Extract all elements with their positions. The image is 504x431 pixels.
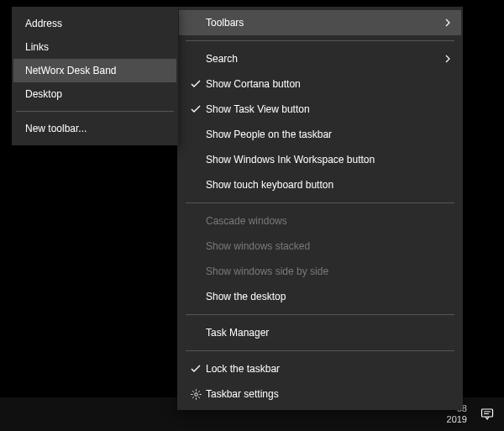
menu-item-ink[interactable]: Show Windows Ink Workspace button	[179, 147, 461, 172]
menu-item-sidebyside: Show windows side by side	[179, 259, 461, 284]
menu-item-taskview[interactable]: Show Task View button	[179, 97, 461, 122]
menu-item-label: Task Manager	[206, 327, 451, 339]
svg-line-7	[192, 397, 193, 397]
submenu-item-links[interactable]: Links	[13, 35, 176, 59]
menu-item-label: Lock the taskbar	[206, 363, 451, 375]
gear-icon	[186, 389, 206, 400]
menu-item-touchkb[interactable]: Show touch keyboard button	[179, 172, 461, 197]
action-center-icon[interactable]	[477, 407, 497, 421]
menu-item-stacked: Show windows stacked	[179, 234, 461, 259]
menu-item-toolbars[interactable]: Toolbars	[179, 10, 461, 35]
menu-item-label: Show Cortana button	[206, 78, 451, 90]
menu-item-task-manager[interactable]: Task Manager	[179, 320, 461, 345]
menu-item-label: Links	[25, 41, 49, 53]
chevron-right-icon	[439, 18, 451, 27]
menu-item-label: Address	[25, 18, 62, 29]
menu-item-label: Show touch keyboard button	[206, 179, 451, 191]
clock-date: 2019	[447, 414, 467, 425]
menu-item-search[interactable]: Search	[179, 46, 461, 71]
chevron-right-icon	[439, 55, 451, 63]
menu-separator	[186, 40, 454, 41]
toolbars-submenu: Address Links NetWorx Desk Band Desktop …	[12, 7, 178, 145]
menu-item-label: Cascade windows	[206, 215, 451, 227]
menu-item-label: Taskbar settings	[206, 388, 451, 400]
menu-item-label: Toolbars	[206, 17, 439, 29]
svg-line-6	[198, 397, 199, 397]
check-icon	[186, 365, 206, 373]
svg-line-5	[192, 391, 193, 392]
menu-item-taskbar-settings[interactable]: Taskbar settings	[179, 381, 461, 407]
taskbar-context-menu: Toolbars Search Show Cortana button Show…	[177, 7, 463, 410]
svg-line-8	[198, 391, 199, 392]
menu-item-label: Desktop	[25, 88, 62, 100]
submenu-item-address[interactable]: Address	[13, 12, 176, 35]
menu-item-cascade: Cascade windows	[179, 208, 461, 234]
check-icon	[186, 105, 206, 113]
menu-item-lock-taskbar[interactable]: Lock the taskbar	[179, 356, 461, 381]
menu-item-show-desktop[interactable]: Show the desktop	[179, 284, 461, 309]
menu-separator	[186, 350, 454, 351]
menu-item-label: Show People on the taskbar	[206, 129, 451, 140]
menu-item-label: Show windows side by side	[206, 265, 451, 277]
menu-item-label: Show Windows Ink Workspace button	[206, 154, 451, 166]
svg-rect-9	[482, 409, 493, 417]
menu-separator	[186, 314, 454, 315]
menu-item-label: Search	[206, 53, 439, 65]
svg-point-0	[194, 392, 197, 396]
submenu-item-networx[interactable]: NetWorx Desk Band	[13, 59, 176, 82]
check-icon	[186, 80, 206, 88]
menu-item-label: NetWorx Desk Band	[25, 65, 117, 76]
menu-item-label: Show Task View button	[206, 103, 451, 115]
menu-separator	[186, 202, 454, 203]
submenu-item-desktop[interactable]: Desktop	[13, 82, 176, 106]
menu-separator	[16, 111, 174, 112]
menu-item-label: Show the desktop	[206, 291, 451, 302]
menu-item-label: Show windows stacked	[206, 240, 451, 252]
submenu-item-new-toolbar[interactable]: New toolbar...	[13, 117, 176, 140]
menu-item-label: New toolbar...	[25, 123, 87, 134]
menu-item-people[interactable]: Show People on the taskbar	[179, 122, 461, 147]
menu-item-cortana[interactable]: Show Cortana button	[179, 71, 461, 97]
